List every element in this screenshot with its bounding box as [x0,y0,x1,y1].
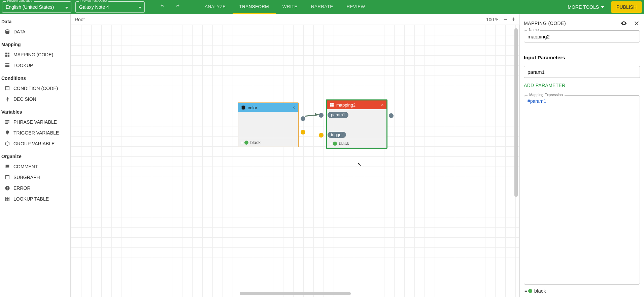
input-parameters-heading: Input Parameters [524,55,640,60]
palette-item-label: GROUP VARIABLE [13,141,55,146]
undo-icon[interactable] [159,4,166,10]
preview-test-object-label: Preview Test Object [79,0,108,2]
node-result: = black [327,139,386,148]
palette-item-label: TRIGGER VARIABLE [13,130,59,136]
output-port-trigger[interactable] [301,130,305,135]
cube-icon [5,141,10,146]
result-value: black [534,288,546,294]
breadcrumb[interactable]: Root [75,17,85,22]
node-result: = black [238,138,298,147]
tab-analyze[interactable]: ANALYZE [198,0,233,14]
palette-item-label: DECISION [13,96,36,102]
input-port-trigger[interactable] [319,133,324,138]
node-mapping2[interactable]: mapping2 × = black [326,99,387,149]
grid-icon [5,52,10,57]
equals-label: = [330,141,332,146]
node-color[interactable]: color × = black [238,102,299,147]
zoom-out-icon[interactable]: − [504,16,508,23]
palette-item-subgraph[interactable]: SUBGRAPH [0,172,70,183]
comment-icon [5,164,10,169]
palette-item-lookup[interactable]: LOOKUP [0,60,70,71]
top-bar: Preview Language English (United States)… [0,0,644,14]
palette-item-label: DATA [13,29,25,34]
eye-icon[interactable] [620,20,627,27]
close-icon[interactable]: × [381,102,384,108]
zoom-in-icon[interactable]: + [511,16,515,23]
status-indicator [528,289,532,293]
output-port-data[interactable] [389,113,394,118]
add-parameter-button[interactable]: ADD PARAMETER [524,83,640,88]
palette-section-organize: Organize [0,149,70,161]
palette-item-group-variable[interactable]: GROUP VARIABLE [0,138,70,149]
text-icon [5,119,10,125]
horizontal-scrollbar[interactable] [240,292,351,295]
chevron-down-icon [138,4,142,10]
output-port-data[interactable] [301,116,305,121]
palette-item-error[interactable]: ERROR [0,183,70,194]
param1-input[interactable] [524,66,640,78]
palette-section-conditions: Conditions [0,71,70,83]
cursor-icon: ↖ [357,161,362,167]
panel-title: MAPPING (CODE) [524,21,566,26]
tab-transform[interactable]: TRANSFORM [233,0,276,14]
equals-label: = [241,140,244,145]
properties-panel: MAPPING (CODE) Name Input Parameters ADD… [519,14,644,297]
close-icon[interactable] [633,20,640,27]
node-palette: Data DATA Mapping MAPPING (CODE) LOOKUP … [0,14,71,297]
palette-section-data: Data [0,16,70,26]
tab-narrate[interactable]: NARRATE [304,0,340,14]
publish-button[interactable]: PUBLISH [611,1,642,13]
palette-item-lookup-table[interactable]: LOOKUP TABLE [0,194,70,204]
name-field-label: Name [527,28,540,32]
palette-item-phrase-variable[interactable]: PHRASE VARIABLE [0,117,70,127]
node-header[interactable]: mapping2 × [327,100,386,109]
palette-section-mapping: Mapping [0,37,70,49]
preview-language-value: English (United States) [6,4,54,10]
palette-item-label: LOOKUP [13,63,33,68]
palette-item-trigger-variable[interactable]: TRIGGER VARIABLE [0,127,70,138]
status-indicator [333,142,337,146]
mapping-expression-field[interactable]: Mapping Expression #param1 [524,95,640,285]
tab-review[interactable]: REVIEW [340,0,372,14]
main-tabs: ANALYZE TRANSFORM WRITE NARRATE REVIEW [198,0,372,14]
branch-icon [5,96,10,102]
palette-item-decision[interactable]: DECISION [0,94,70,105]
close-icon[interactable]: × [293,105,295,110]
mapping-expression-code: #param1 [528,98,546,104]
node-header[interactable]: color × [238,103,298,112]
table-icon [5,196,10,202]
palette-section-variables: Variables [0,105,70,117]
preview-test-object-value: Galaxy Note 4 [79,4,109,10]
palette-item-label: LOOKUP TABLE [13,196,49,202]
palette-item-comment[interactable]: COMMENT [0,161,70,172]
redo-icon[interactable] [174,4,181,10]
palette-item-data[interactable]: DATA [0,26,70,37]
node-title: mapping2 [336,102,355,108]
chevron-down-icon [65,4,68,10]
node-title: color [248,105,257,110]
tab-write[interactable]: WRITE [276,0,304,14]
preview-language-label: Preview Language [6,0,34,2]
palette-item-label: COMMENT [13,164,38,169]
preview-language-select[interactable]: Preview Language English (United States) [2,1,71,13]
graph-canvas[interactable]: color × = black [71,25,519,297]
table-icon [5,86,10,91]
more-tools-button[interactable]: MORE TOOLS [568,4,604,10]
palette-item-condition-code[interactable]: CONDITION (CODE) [0,83,70,94]
palette-item-mapping-code[interactable]: MAPPING (CODE) [0,49,70,60]
database-icon [5,29,10,34]
input-port-param1[interactable] [319,113,324,118]
node-result-value: black [250,140,261,145]
grid-icon [330,102,334,107]
palette-item-label: CONDITION (CODE) [13,86,58,91]
error-icon [5,185,10,191]
port-label-trigger: trigger [328,132,346,138]
preview-test-object-select[interactable]: Preview Test Object Galaxy Note 4 [75,1,145,13]
vertical-scrollbar[interactable] [514,28,518,197]
lookup-icon [5,63,10,68]
name-input[interactable] [524,30,640,42]
database-icon [241,105,246,110]
canvas-toolbar: Root 100 % − + [71,14,519,25]
subgraph-icon [5,175,10,180]
palette-item-label: MAPPING (CODE) [13,52,53,57]
